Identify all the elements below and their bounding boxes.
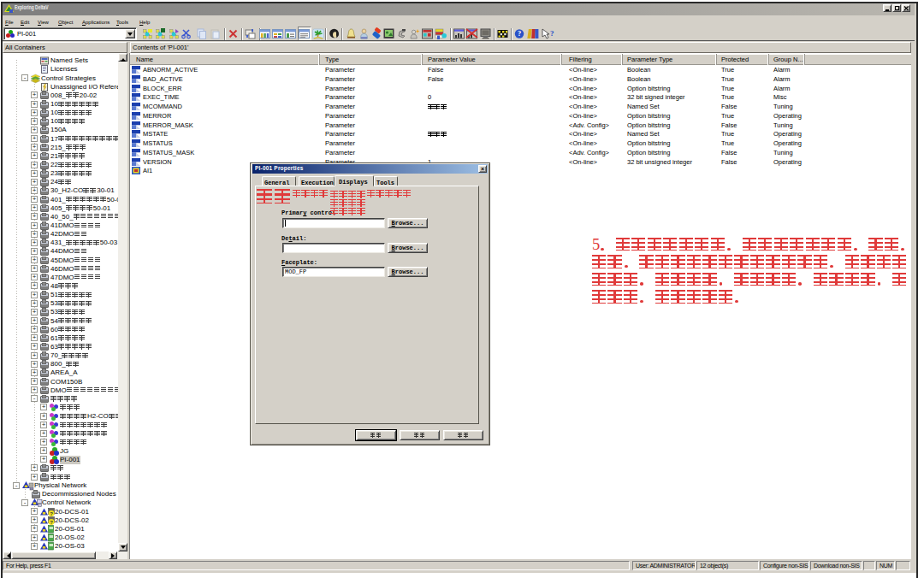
svg-text:?: ? bbox=[550, 29, 554, 38]
svg-text:?: ? bbox=[50, 511, 53, 516]
svg-text:?: ? bbox=[518, 29, 521, 38]
svg-text:?: ? bbox=[50, 520, 53, 525]
